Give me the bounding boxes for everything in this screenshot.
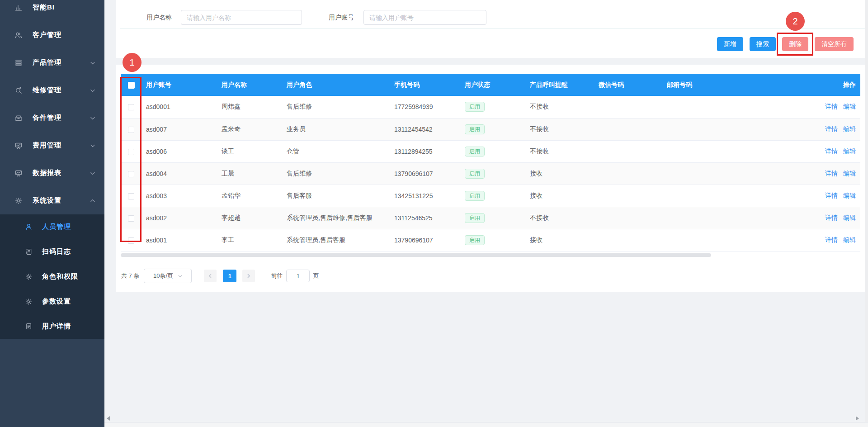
column-header: 微信号码 bbox=[594, 74, 662, 96]
current-page-button[interactable]: 1 bbox=[223, 270, 236, 282]
row-checkbox-cell bbox=[121, 229, 142, 251]
detail-link[interactable]: 详情 bbox=[825, 125, 838, 133]
cell-name: 孟米奇 bbox=[217, 118, 282, 140]
chevron-down-icon bbox=[90, 115, 95, 121]
cell-status: 启用 bbox=[460, 140, 525, 162]
cell-email bbox=[662, 185, 781, 207]
cell-status: 启用 bbox=[460, 162, 525, 185]
chevron-down-icon bbox=[90, 88, 95, 93]
table-row: asd003 孟铅华 售后客服 13425131225 启用 接收 详情编辑 bbox=[121, 185, 860, 207]
add-button[interactable]: 新增 bbox=[717, 37, 743, 51]
sidebar-item-report[interactable]: 数据报表 bbox=[0, 159, 104, 187]
cell-wechat bbox=[594, 185, 662, 207]
sidebar-item-products[interactable]: 产品管理 bbox=[0, 49, 104, 76]
clear-all-button[interactable]: 清空所有 bbox=[815, 37, 854, 51]
row-checkbox[interactable] bbox=[128, 171, 134, 177]
table-row: asd006 谈工 仓管 13112894255 启用 不接收 详情编辑 bbox=[121, 140, 860, 162]
row-checkbox[interactable] bbox=[128, 127, 134, 133]
sidebar-item-bi[interactable]: 智能BI bbox=[0, 0, 104, 21]
cell-wechat bbox=[594, 229, 662, 251]
chevron-down-icon bbox=[90, 60, 95, 66]
table-header: 用户账号用户名称用户角色手机号码用户状态产品呼叫提醒微信号码邮箱号码操作 bbox=[121, 74, 860, 96]
detail-link[interactable]: 详情 bbox=[825, 170, 838, 177]
sidebar-subitem-scan-log[interactable]: 扫码日志 bbox=[0, 239, 104, 264]
edit-link[interactable]: 编辑 bbox=[843, 236, 856, 243]
column-header: 用户账号 bbox=[142, 74, 217, 96]
row-checkbox[interactable] bbox=[128, 193, 134, 199]
cell-account: asd001 bbox=[142, 229, 217, 251]
cell-phone: 13425131225 bbox=[390, 185, 460, 207]
gear-icon bbox=[25, 273, 33, 280]
cell-call-alert: 不接收 bbox=[525, 140, 594, 162]
delete-button[interactable]: 删除 bbox=[782, 37, 808, 51]
detail-link[interactable]: 详情 bbox=[825, 192, 838, 199]
column-header: 产品呼叫提醒 bbox=[525, 74, 594, 96]
sidebar-item-expense[interactable]: 费用管理 bbox=[0, 132, 104, 159]
cell-account: asd004 bbox=[142, 162, 217, 185]
status-badge: 启用 bbox=[465, 147, 485, 157]
gear-icon bbox=[25, 298, 33, 305]
edit-link[interactable]: 编辑 bbox=[843, 170, 856, 177]
cell-actions: 详情编辑 bbox=[781, 96, 860, 118]
edit-link[interactable]: 编辑 bbox=[843, 103, 856, 110]
gear-icon bbox=[14, 196, 23, 205]
prev-page-button[interactable] bbox=[204, 270, 217, 282]
cell-actions: 详情编辑 bbox=[781, 207, 860, 229]
divider bbox=[120, 28, 865, 28]
row-checkbox[interactable] bbox=[128, 104, 134, 110]
sidebar-item-customers[interactable]: 客户管理 bbox=[0, 21, 104, 49]
scroll-left-arrow-icon[interactable] bbox=[107, 416, 110, 421]
edit-link[interactable]: 编辑 bbox=[843, 214, 856, 221]
edit-link[interactable]: 编辑 bbox=[843, 192, 856, 199]
detail-link[interactable]: 详情 bbox=[825, 147, 838, 155]
vertical-scrollbar[interactable] bbox=[865, 0, 868, 422]
column-header: 用户名称 bbox=[217, 74, 282, 96]
header-checkbox-cell bbox=[121, 74, 142, 96]
sidebar-subitem-user-detail[interactable]: 用户详情 bbox=[0, 314, 104, 339]
cell-role: 仓管 bbox=[282, 140, 390, 162]
column-header: 手机号码 bbox=[390, 74, 460, 96]
cell-role: 售后维修 bbox=[282, 162, 390, 185]
page-size-select[interactable]: 10条/页 bbox=[144, 269, 192, 283]
select-all-checkbox[interactable] bbox=[128, 82, 135, 89]
table-row: asd002 李超越 系统管理员,售后维修,售后客服 13112546525 启… bbox=[121, 207, 860, 229]
cell-role: 售后维修 bbox=[282, 96, 390, 118]
person-icon bbox=[25, 223, 33, 231]
cell-phone: 13790696107 bbox=[390, 229, 460, 251]
cell-name: 王晨 bbox=[217, 162, 282, 185]
user-account-input[interactable] bbox=[363, 10, 486, 25]
detail-link[interactable]: 详情 bbox=[825, 214, 838, 221]
next-page-button[interactable] bbox=[242, 270, 255, 282]
detail-link[interactable]: 详情 bbox=[825, 103, 838, 110]
goto-page-input[interactable] bbox=[286, 270, 310, 282]
cell-actions: 详情编辑 bbox=[781, 140, 860, 162]
sidebar-subitem-params[interactable]: 参数设置 bbox=[0, 289, 104, 314]
row-checkbox-cell bbox=[121, 207, 142, 229]
detail-link[interactable]: 详情 bbox=[825, 236, 838, 243]
search-button[interactable]: 搜索 bbox=[750, 37, 776, 51]
cell-call-alert: 接收 bbox=[525, 229, 594, 251]
user-name-input[interactable] bbox=[181, 10, 302, 25]
cell-email bbox=[662, 207, 781, 229]
sidebar-item-parts[interactable]: 备件管理 bbox=[0, 104, 104, 132]
edit-link[interactable]: 编辑 bbox=[843, 125, 856, 133]
parts-icon bbox=[14, 114, 23, 123]
cell-role: 系统管理员,售后客服 bbox=[282, 229, 390, 251]
row-checkbox[interactable] bbox=[128, 237, 134, 244]
cell-name: 李工 bbox=[217, 229, 282, 251]
row-checkbox[interactable] bbox=[128, 215, 134, 222]
row-checkbox-cell bbox=[121, 162, 142, 185]
cell-account: asd002 bbox=[142, 207, 217, 229]
scroll-right-arrow-icon[interactable] bbox=[856, 416, 859, 421]
table-horizontal-scrollbar[interactable] bbox=[121, 253, 711, 257]
sidebar-subitem-roles[interactable]: 角色和权限 bbox=[0, 264, 104, 289]
sidebar-subitem-staff[interactable]: 人员管理 bbox=[0, 214, 104, 239]
row-checkbox[interactable] bbox=[128, 149, 134, 155]
sidebar-item-settings[interactable]: 系统设置 bbox=[0, 187, 104, 214]
cell-actions: 详情编辑 bbox=[781, 162, 860, 185]
products-icon bbox=[14, 58, 23, 67]
edit-link[interactable]: 编辑 bbox=[843, 147, 856, 155]
presentation-icon bbox=[14, 141, 23, 150]
cell-email bbox=[662, 229, 781, 251]
sidebar-item-repair[interactable]: 维修管理 bbox=[0, 76, 104, 104]
